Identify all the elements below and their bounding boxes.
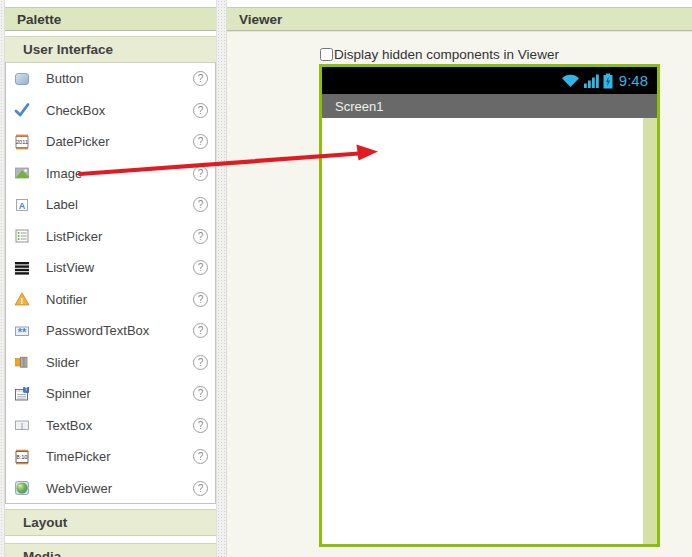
palette-panel-header: Palette xyxy=(5,7,216,31)
palette-item-label: Image xyxy=(46,166,193,181)
svg-text:!: ! xyxy=(21,296,24,306)
svg-text:A: A xyxy=(19,200,26,210)
section-layout[interactable]: Layout xyxy=(5,509,216,536)
palette-item-listview[interactable]: ListView ? xyxy=(6,252,215,284)
datepicker-icon: 2011 xyxy=(14,134,30,150)
notifier-icon: ! xyxy=(14,291,30,307)
palette-item-label: ListPicker xyxy=(46,229,193,244)
signal-bars-icon xyxy=(584,73,599,88)
webviewer-icon xyxy=(14,480,30,496)
screen-side-strip xyxy=(643,118,657,544)
help-icon[interactable]: ? xyxy=(193,71,208,86)
help-icon[interactable]: ? xyxy=(193,292,208,307)
svg-text:**: ** xyxy=(18,326,27,338)
viewer-title: Viewer xyxy=(239,12,282,27)
help-icon[interactable]: ? xyxy=(193,229,208,244)
palette-item-label: ListView xyxy=(46,260,193,275)
image-icon xyxy=(14,165,30,181)
app-inventor-designer: Palette User Interface Button ? CheckBox… xyxy=(0,0,692,557)
section-label: Media xyxy=(23,549,61,557)
palette-item-label: TextBox xyxy=(46,418,193,433)
display-hidden-checkbox[interactable] xyxy=(320,48,333,61)
listpicker-icon xyxy=(14,228,30,244)
palette-item-spinner[interactable]: T Spinner ? xyxy=(6,378,215,410)
palette-item-notifier[interactable]: ! Notifier ? xyxy=(6,284,215,316)
wifi-icon xyxy=(561,73,580,88)
status-clock: 9:48 xyxy=(619,72,648,89)
checkbox-icon xyxy=(14,102,30,118)
help-icon[interactable]: ? xyxy=(193,355,208,370)
palette-item-label: DatePicker xyxy=(46,134,193,149)
palette-item-label: Spinner xyxy=(46,386,193,401)
listview-icon xyxy=(14,260,30,276)
help-icon[interactable]: ? xyxy=(193,134,208,149)
palette-item-datepicker[interactable]: 2011 DatePicker ? xyxy=(6,126,215,158)
label-icon: A xyxy=(14,197,30,213)
section-label: User Interface xyxy=(23,42,113,57)
palette-item-image[interactable]: Image ? xyxy=(6,158,215,190)
spinner-icon: T xyxy=(14,386,30,402)
svg-text:I: I xyxy=(21,421,23,431)
viewer-body: Display hidden components in Viewer xyxy=(227,31,692,557)
palette-item-label: WebViewer xyxy=(46,481,193,496)
component-list: Button ? CheckBox ? 2011 DatePicker ? xyxy=(5,63,216,504)
slider-icon xyxy=(14,354,30,370)
button-icon xyxy=(14,71,30,87)
palette-title: Palette xyxy=(17,12,61,27)
passwordtextbox-icon: ** xyxy=(14,323,30,339)
panel-splitter[interactable] xyxy=(216,0,227,557)
phone-mockup: 9:48 Screen1 xyxy=(319,64,660,547)
display-hidden-row: Display hidden components in Viewer xyxy=(320,32,692,62)
screen-title: Screen1 xyxy=(335,99,383,114)
help-icon[interactable]: ? xyxy=(193,260,208,275)
help-icon[interactable]: ? xyxy=(193,481,208,496)
textbox-icon: I xyxy=(14,417,30,433)
palette-item-button[interactable]: Button ? xyxy=(6,63,215,95)
palette-panel: Palette User Interface Button ? CheckBox… xyxy=(5,0,216,557)
palette-item-label: Button xyxy=(46,71,193,86)
section-user-interface[interactable]: User Interface xyxy=(5,36,216,63)
display-hidden-label: Display hidden components in Viewer xyxy=(334,47,559,62)
palette-item-label: PasswordTextBox xyxy=(46,323,193,338)
palette-item-passwordtextbox[interactable]: ** PasswordTextBox ? xyxy=(6,315,215,347)
viewer-panel: Viewer Display hidden components in View… xyxy=(227,0,692,557)
palette-item-slider[interactable]: Slider ? xyxy=(6,347,215,379)
help-icon[interactable]: ? xyxy=(193,103,208,118)
phone-title-bar: Screen1 xyxy=(322,94,657,118)
svg-text:T: T xyxy=(25,387,28,392)
svg-text:8:10: 8:10 xyxy=(17,454,28,460)
palette-item-label: Label xyxy=(46,197,193,212)
battery-icon xyxy=(603,73,613,89)
help-icon[interactable]: ? xyxy=(193,449,208,464)
help-icon[interactable]: ? xyxy=(193,386,208,401)
palette-item-label[interactable]: A Label ? xyxy=(6,189,215,221)
palette-item-listpicker[interactable]: ListPicker ? xyxy=(6,221,215,253)
help-icon[interactable]: ? xyxy=(193,323,208,338)
svg-text:2011: 2011 xyxy=(16,139,28,145)
help-icon[interactable]: ? xyxy=(193,197,208,212)
help-icon[interactable]: ? xyxy=(193,166,208,181)
palette-item-textbox[interactable]: I TextBox ? xyxy=(6,410,215,442)
palette-item-checkbox[interactable]: CheckBox ? xyxy=(6,95,215,127)
phone-screen-drop-area[interactable] xyxy=(322,118,657,544)
viewer-panel-header: Viewer xyxy=(227,7,692,31)
timepicker-icon: 8:10 xyxy=(14,449,30,465)
section-media[interactable]: Media xyxy=(5,543,216,557)
palette-item-label: CheckBox xyxy=(46,103,193,118)
palette-item-label: TimePicker xyxy=(46,449,193,464)
palette-item-webviewer[interactable]: WebViewer ? xyxy=(6,473,215,505)
phone-status-bar: 9:48 xyxy=(322,67,657,94)
section-label: Layout xyxy=(23,515,67,530)
palette-item-label: Notifier xyxy=(46,292,193,307)
help-icon[interactable]: ? xyxy=(193,418,208,433)
palette-item-timepicker[interactable]: 8:10 TimePicker ? xyxy=(6,441,215,473)
palette-item-label: Slider xyxy=(46,355,193,370)
